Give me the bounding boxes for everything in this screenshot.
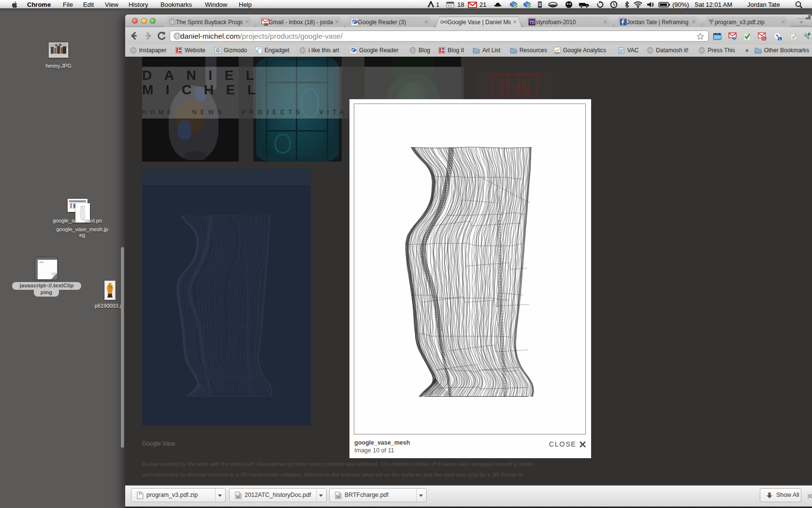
svg-text:1: 1 [779,37,781,41]
svg-text:21: 21 [762,37,766,40]
svg-text:TD: TD [530,21,535,25]
svg-text:18: 18 [264,23,268,26]
svg-text:G: G [216,48,220,53]
